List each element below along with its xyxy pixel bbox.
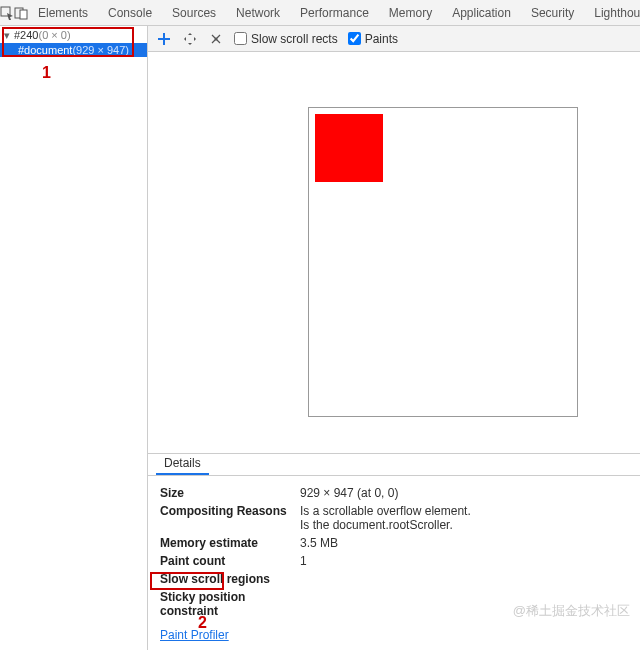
detail-row-memory: Memory estimate 3.5 MB (160, 534, 628, 552)
paints-label: Paints (365, 32, 398, 46)
detail-value: 1 (300, 554, 307, 568)
slow-scroll-rects-checkbox[interactable]: Slow scroll rects (234, 32, 338, 46)
detail-value: Is a scrollable overflow element. Is the… (300, 504, 471, 532)
detail-row-sticky: Sticky position constraint (160, 588, 628, 620)
pan-icon[interactable] (182, 31, 198, 47)
slow-scroll-rects-label: Slow scroll rects (251, 32, 338, 46)
details-body: Size 929 × 947 (at 0, 0) Compositing Rea… (148, 476, 640, 650)
detail-value: 929 × 947 (at 0, 0) (300, 486, 398, 500)
reset-view-icon[interactable] (156, 31, 172, 47)
layers-tree-sidebar: ▾#240(0 × 0) #document(929 × 947) (0, 26, 148, 650)
tree-row-dim: (0 × 0) (38, 29, 70, 41)
painted-layer-box (315, 114, 383, 182)
detail-row-slowscroll: Slow scroll regions (160, 570, 628, 588)
device-toggle-icon[interactable] (14, 0, 28, 26)
details-tab-bar: Details (148, 454, 640, 476)
tab-performance[interactable]: Performance (290, 0, 379, 26)
detail-label: Size (160, 486, 300, 500)
tab-application[interactable]: Application (442, 0, 521, 26)
detail-row-paintcount: Paint count 1 (160, 552, 628, 570)
tab-console[interactable]: Console (98, 0, 162, 26)
layers-toolbar: Slow scroll rects Paints (148, 26, 640, 52)
tree-row-root[interactable]: ▾#240(0 × 0) (0, 28, 147, 43)
detail-label: Memory estimate (160, 536, 300, 550)
detail-row-size: Size 929 × 947 (at 0, 0) (160, 484, 628, 502)
tree-row-label: #240 (14, 29, 38, 41)
detail-row-compositing: Compositing Reasons Is a scrollable over… (160, 502, 628, 534)
rotate-icon[interactable] (208, 31, 224, 47)
layer-canvas[interactable] (148, 52, 640, 453)
tree-row-label: #document (18, 44, 72, 56)
details-panel: Details Size 929 × 947 (at 0, 0) Composi… (148, 453, 640, 650)
paints-input[interactable] (348, 32, 361, 45)
detail-label: Paint count (160, 554, 300, 568)
layer-viewport-box (308, 107, 578, 417)
tab-memory[interactable]: Memory (379, 0, 442, 26)
detail-label: Sticky position constraint (160, 590, 300, 618)
layers-tree: ▾#240(0 × 0) #document(929 × 947) (0, 26, 147, 59)
tab-sources[interactable]: Sources (162, 0, 226, 26)
slow-scroll-rects-input[interactable] (234, 32, 247, 45)
tree-expand-icon[interactable]: ▾ (4, 29, 14, 42)
tree-row-dim: (929 × 947) (72, 44, 129, 56)
detail-label: Compositing Reasons (160, 504, 300, 532)
paint-profiler-link[interactable]: Paint Profiler (160, 628, 229, 642)
detail-label: Slow scroll regions (160, 572, 300, 586)
tab-network[interactable]: Network (226, 0, 290, 26)
svg-rect-2 (20, 10, 27, 19)
details-tab-details[interactable]: Details (156, 453, 209, 475)
inspect-icon[interactable] (0, 0, 14, 26)
layers-content: Slow scroll rects Paints Details Size 92… (148, 26, 640, 650)
tree-row-document[interactable]: #document(929 × 947) (0, 43, 147, 57)
main-pane: ▾#240(0 × 0) #document(929 × 947) Slow s… (0, 26, 640, 650)
tab-security[interactable]: Security (521, 0, 584, 26)
paints-checkbox[interactable]: Paints (348, 32, 398, 46)
tab-lighthouse[interactable]: Lighthouse (584, 0, 640, 26)
tab-elements[interactable]: Elements (28, 0, 98, 26)
svg-point-3 (215, 37, 218, 40)
devtools-tab-bar: Elements Console Sources Network Perform… (0, 0, 640, 26)
detail-value: 3.5 MB (300, 536, 338, 550)
